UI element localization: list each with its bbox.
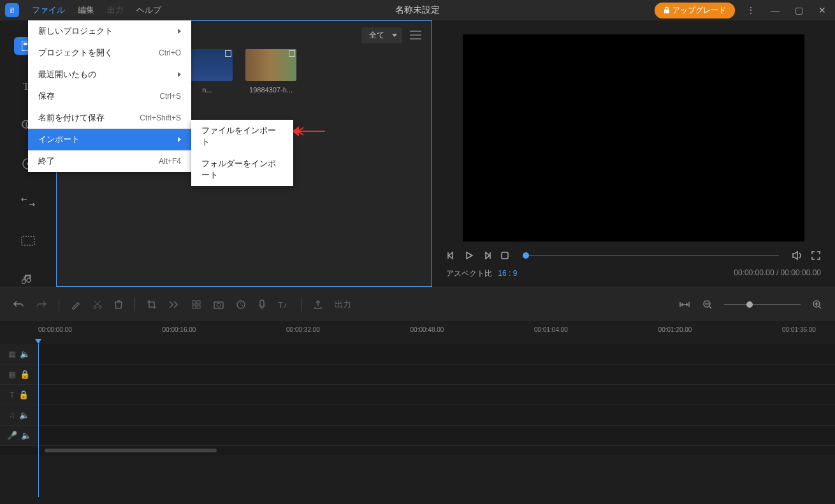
export-icon[interactable] — [313, 299, 323, 310]
crop-icon[interactable] — [147, 299, 157, 310]
maximize-button[interactable]: ▢ — [791, 3, 807, 18]
lock-icon[interactable]: 🔒 — [18, 390, 29, 400]
submenu-arrow-icon — [178, 137, 181, 142]
menu-label: 新しいプロジェクト — [38, 25, 113, 37]
track-row-text[interactable]: T🔒 — [0, 385, 835, 405]
upgrade-button[interactable]: アップグレード — [655, 3, 735, 18]
close-button[interactable]: ✕ — [815, 3, 830, 18]
zoom-slider[interactable] — [724, 304, 801, 305]
preview-controls — [446, 241, 821, 266]
mute-icon[interactable]: 🔈 — [20, 349, 30, 359]
delete-icon[interactable] — [114, 299, 123, 310]
video-badge-icon — [225, 50, 231, 57]
media-item[interactable]: 19884307-h... — [245, 49, 296, 94]
menu-edit[interactable]: 編集 — [71, 1, 101, 20]
preview-viewport[interactable] — [463, 34, 804, 241]
sidebar-elements[interactable] — [18, 234, 38, 248]
ruler-tick: 00:00:00.00 — [38, 326, 72, 333]
ruler-marks: 00:00:00.00 00:00:16.00 00:00:32.00 00:0… — [38, 321, 816, 333]
submenu-arrow-icon — [178, 72, 181, 77]
edit-icon[interactable] — [71, 299, 81, 310]
menu-open-project[interactable]: プロジェクトを開く Ctrl+O — [28, 42, 191, 64]
more-options-icon[interactable]: ⋮ — [743, 3, 759, 18]
export-label[interactable]: 出力 — [335, 299, 351, 310]
menu-file[interactable]: ファイル — [25, 1, 71, 20]
track-row-voice[interactable]: 🎤🔈 — [0, 426, 835, 446]
menu-exit[interactable]: 終了 Alt+F4 — [28, 150, 191, 172]
track-row-video[interactable]: ▦🔈 — [0, 344, 835, 364]
cut-icon[interactable] — [92, 299, 103, 310]
menu-label: プロジェクトを開く — [38, 47, 113, 59]
aspect-value[interactable]: 16 : 9 — [498, 269, 517, 278]
menu-label: 最近開いたもの — [38, 69, 96, 80]
svg-rect-1 — [24, 43, 27, 45]
menu-label: フォルダーをインポート — [201, 158, 283, 181]
ruler-tick: 00:00:32.00 — [286, 326, 320, 333]
menu-output[interactable]: 出力 — [101, 1, 130, 20]
svg-point-9 — [94, 306, 96, 308]
prev-frame-button[interactable] — [446, 250, 456, 261]
timeline-tracks: ▦🔈 ▦🔒 T🔒 ♫🔈 🎤🔈 — [0, 344, 835, 446]
svg-rect-12 — [197, 301, 200, 304]
svg-rect-8 — [502, 252, 508, 259]
menu-shortcut: Ctrl+S — [159, 92, 181, 101]
menu-save-as[interactable]: 名前を付けて保存 Ctrl+Shift+S — [28, 107, 191, 129]
audio-track-icon: ♫ — [9, 410, 15, 420]
menu-import-folder[interactable]: フォルダーをインポート — [191, 153, 293, 186]
speed-icon[interactable] — [168, 300, 180, 309]
text-to-speech-icon[interactable]: T♪ — [278, 299, 289, 310]
annotation-arrow-icon — [293, 126, 325, 136]
preview-scrubber[interactable] — [523, 255, 779, 256]
ruler-tick: 00:00:48.00 — [410, 326, 444, 333]
zoom-in-icon[interactable] — [812, 299, 822, 310]
lock-icon[interactable]: 🔒 — [20, 370, 30, 379]
play-button[interactable] — [464, 250, 474, 261]
zoom-out-icon[interactable] — [702, 299, 713, 310]
stop-button[interactable] — [500, 250, 510, 261]
timeline-scrollbar[interactable] — [0, 446, 835, 455]
menu-help[interactable]: ヘルプ — [130, 1, 168, 20]
mosaic-icon[interactable] — [191, 299, 201, 310]
app-logo: i! — [5, 3, 19, 17]
mute-icon[interactable]: 🔈 — [19, 410, 29, 420]
freeze-icon[interactable] — [236, 299, 246, 310]
menu-shortcut: Ctrl+Shift+S — [140, 113, 181, 122]
view-toggle-icon[interactable] — [410, 31, 421, 40]
titlebar: i! ファイル 編集 出力 ヘルプ 名称未設定 アップグレード ⋮ — ▢ ✕ — [0, 0, 835, 20]
video-track-icon: ▦ — [8, 370, 16, 379]
sidebar-audio[interactable] — [18, 272, 38, 287]
window-title: 名称未設定 — [395, 4, 440, 16]
sidebar-transitions[interactable] — [18, 195, 38, 210]
ruler-tick: 00:01:36.00 — [782, 326, 816, 333]
svg-rect-11 — [192, 301, 196, 304]
menu-label: 保存 — [38, 90, 55, 102]
volume-button[interactable] — [792, 250, 803, 261]
menu-import-file[interactable]: ファイルをインポート — [191, 120, 293, 153]
fit-timeline-icon[interactable] — [678, 301, 691, 308]
preview-info: アスペクト比 16 : 9 00:00:00.00 / 00:00:00.00 — [446, 266, 821, 282]
menu-recent[interactable]: 最近開いたもの — [28, 64, 191, 85]
track-row-video2[interactable]: ▦🔒 — [0, 364, 835, 385]
snapshot-icon[interactable] — [213, 300, 224, 309]
filter-label: 全て — [369, 30, 384, 41]
media-item-label: 19884307-h... — [245, 86, 296, 94]
menu-save[interactable]: 保存 Ctrl+S — [28, 85, 191, 107]
undo-button[interactable] — [13, 299, 24, 310]
window-controls: アップグレード ⋮ — ▢ ✕ — [655, 3, 830, 18]
timeline-ruler[interactable]: 00:00:00.00 00:00:16.00 00:00:32.00 00:0… — [0, 321, 835, 344]
menu-import[interactable]: インポート — [28, 129, 191, 150]
redo-button[interactable] — [36, 299, 47, 310]
media-filter-dropdown[interactable]: 全て — [361, 27, 402, 43]
next-frame-button[interactable] — [482, 250, 492, 261]
mute-icon[interactable]: 🔈 — [21, 431, 31, 440]
fullscreen-button[interactable] — [811, 250, 821, 261]
timeline-toolbar: T♪ 出力 — [0, 287, 835, 321]
minimize-button[interactable]: — — [767, 3, 783, 18]
menu-new-project[interactable]: 新しいプロジェクト — [28, 20, 191, 42]
voiceover-icon[interactable] — [258, 299, 266, 310]
scrollbar-thumb[interactable] — [45, 449, 217, 452]
text-track-icon: T — [10, 390, 15, 400]
lock-icon — [664, 6, 670, 14]
track-row-audio[interactable]: ♫🔈 — [0, 405, 835, 426]
aspect-label: アスペクト比 — [446, 269, 492, 278]
